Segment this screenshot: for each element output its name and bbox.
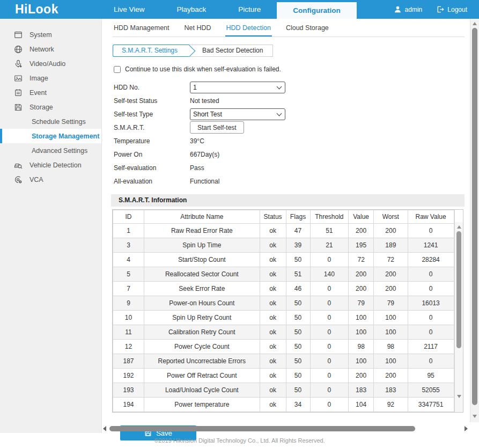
cell-worst: 183 [374, 383, 408, 398]
cell-attribute-name: Reallocated Sector Count [144, 267, 260, 282]
sidebar-item-storage-management[interactable]: Storage Management [0, 129, 101, 143]
table-scrollbar-track[interactable] [455, 222, 463, 412]
cell-attribute-name: Power Off Retract Count [144, 369, 260, 383]
sidebar-item-network[interactable]: Network [0, 42, 101, 56]
video-audio-icon [14, 60, 23, 68]
sidebar-item-system[interactable]: System [0, 27, 101, 42]
cell-threshold: 0 [310, 369, 349, 383]
cell-raw-value: 95 [408, 369, 454, 383]
cell-status: ok [260, 398, 286, 412]
tab-hdd-detection[interactable]: HDD Detection [225, 23, 272, 36]
cell-value: 195 [349, 238, 374, 253]
window-scrollbar-thumb[interactable] [472, 28, 477, 405]
self-test-type-select[interactable]: Short Test [190, 108, 285, 120]
nav-tab-playback[interactable]: Playback [161, 0, 223, 19]
table-row[interactable]: 7Seek Error Rateok4602002000 [113, 282, 454, 296]
table-row[interactable]: 11Calibration Retry Countok5001001000 [113, 325, 454, 340]
cell-status: ok [260, 325, 286, 340]
window-scrollbar[interactable] [470, 19, 479, 422]
table-row[interactable]: 187Reported Uncorrectable Errorsok500100… [113, 354, 454, 369]
smart-info-table: IDAttribute NameStatusFlagsThresholdValu… [113, 210, 454, 412]
cell-status: ok [260, 354, 286, 369]
scroll-right-icon[interactable] [465, 426, 468, 431]
tab-cloud-storage[interactable]: Cloud Storage [285, 23, 330, 36]
tab-net-hdd[interactable]: Net HDD [183, 23, 212, 36]
nav-tab-configuration[interactable]: Configuration [277, 2, 356, 19]
sidebar-item-video-audio[interactable]: Video/Audio [0, 56, 101, 71]
cell-value: 72 [349, 253, 374, 267]
continue-use-disk-checkbox[interactable] [114, 66, 121, 73]
cell-attribute-name: Reported Uncorrectable Errors [144, 354, 260, 369]
table-row[interactable]: 3Spin Up Timeok39211951891241 [113, 238, 454, 253]
cell-flags: 50 [286, 253, 310, 267]
sidebar-item-storage[interactable]: Storage [0, 100, 101, 114]
main-content: HDD ManagementNet HDDHDD DetectionCloud … [102, 19, 470, 448]
cell-value: 100 [349, 325, 374, 340]
table-row[interactable]: 4Start/Stop Countok500727228284 [113, 253, 454, 267]
cell-status: ok [260, 238, 286, 253]
cell-status: ok [260, 383, 286, 398]
cell-flags: 50 [286, 325, 310, 340]
cell-id: 193 [113, 383, 144, 398]
scroll-left-icon[interactable] [103, 426, 106, 431]
column-header-threshold: Threshold [310, 210, 349, 224]
form-row-power-on: Power On 667Day(s) [114, 148, 470, 161]
nav-tab-picture[interactable]: Picture [222, 0, 277, 19]
field-label: HDD No. [114, 84, 190, 91]
sidebar-item-advanced-settings[interactable]: Advanced Settings [0, 143, 101, 158]
smart-self-test-button[interactable]: Start Self-test [190, 121, 244, 134]
hilook-configuration-page: HiLook Live ViewPlaybackPictureConfigura… [0, 0, 479, 448]
table-row[interactable]: 5Reallocated Sector Countok511402002000 [113, 267, 454, 282]
table-row[interactable]: 9Power-on Hours Countok500797916013 [113, 296, 454, 311]
table-row[interactable]: 192Power Off Retract Countok50020020095 [113, 369, 454, 383]
sidebar-item-vca[interactable]: VCA [0, 172, 101, 187]
sidebar-item-event[interactable]: Event [0, 85, 101, 100]
window-scroll-down-icon[interactable] [473, 415, 477, 418]
table-scrollbar-thumb[interactable] [456, 231, 461, 348]
continue-use-disk-label: Continue to use this disk when self-eval… [125, 65, 281, 73]
window-scroll-up-icon[interactable] [473, 22, 477, 25]
cell-flags: 50 [286, 354, 310, 369]
sidebar-item-label: Video/Audio [30, 60, 65, 68]
cell-flags: 51 [286, 267, 310, 282]
table-row[interactable]: 1Raw Read Error Rateok47512002000 [113, 224, 454, 238]
table-scrollbar[interactable] [454, 210, 463, 412]
table-row[interactable]: 10Spin Up Retry Countok5001001000 [113, 311, 454, 325]
horizontal-scrollbar-track[interactable] [108, 426, 462, 431]
tab-bad-sector-detection[interactable]: Bad Sector Detection [189, 45, 273, 57]
cell-raw-value: 28284 [408, 253, 454, 267]
horizontal-scrollbar[interactable] [103, 425, 468, 432]
logout-chunk[interactable]: Logout [436, 5, 467, 13]
cell-value: 200 [349, 369, 374, 383]
cell-status: ok [260, 369, 286, 383]
cell-worst: 98 [374, 340, 408, 354]
cell-threshold: 0 [310, 398, 349, 412]
tab-hdd-management[interactable]: HDD Management [113, 23, 171, 36]
scroll-up-icon[interactable] [457, 225, 461, 229]
horizontal-scrollbar-thumb[interactable] [109, 426, 415, 431]
cell-threshold: 140 [310, 267, 349, 282]
scroll-down-icon[interactable] [457, 395, 461, 398]
cell-flags: 50 [286, 296, 310, 311]
table-row[interactable]: 193Load/Unload Cycle Countok500183183520… [113, 383, 454, 398]
sidebar-item-vehicle-detection[interactable]: Vehicle Detection [0, 158, 101, 172]
nav-tab-live-view[interactable]: Live View [98, 0, 161, 19]
cell-attribute-name: Raw Read Error Rate [144, 224, 260, 238]
event-icon [14, 89, 23, 97]
self-evaluation-value: Pass [190, 164, 204, 172]
tab-smart-settings[interactable]: S.M.A.R.T. Settings [113, 45, 189, 57]
table-row[interactable]: 12Power Cycle Countok50098982117 [113, 340, 454, 354]
sidebar-item-schedule-settings[interactable]: Schedule Settings [0, 114, 101, 129]
cell-status: ok [260, 267, 286, 282]
sidebar: System Network Video/Audio Image Event S… [0, 19, 102, 433]
form-row-self-evaluation: Self-evaluation Pass [114, 161, 470, 174]
field-label: Temperature [114, 137, 190, 145]
sidebar-item-image[interactable]: Image [0, 71, 101, 85]
cell-id: 10 [113, 311, 144, 325]
hdd-no-select[interactable]: 1 [190, 82, 285, 93]
cell-threshold: 0 [310, 354, 349, 369]
cell-raw-value: 0 [408, 325, 454, 340]
field-label: Self-evaluation [114, 164, 190, 172]
smart-info-section: S.M.A.R.T. Information IDAttribute NameS… [111, 194, 465, 413]
table-row[interactable]: 194Power temperatureok340104923347751 [113, 398, 454, 412]
